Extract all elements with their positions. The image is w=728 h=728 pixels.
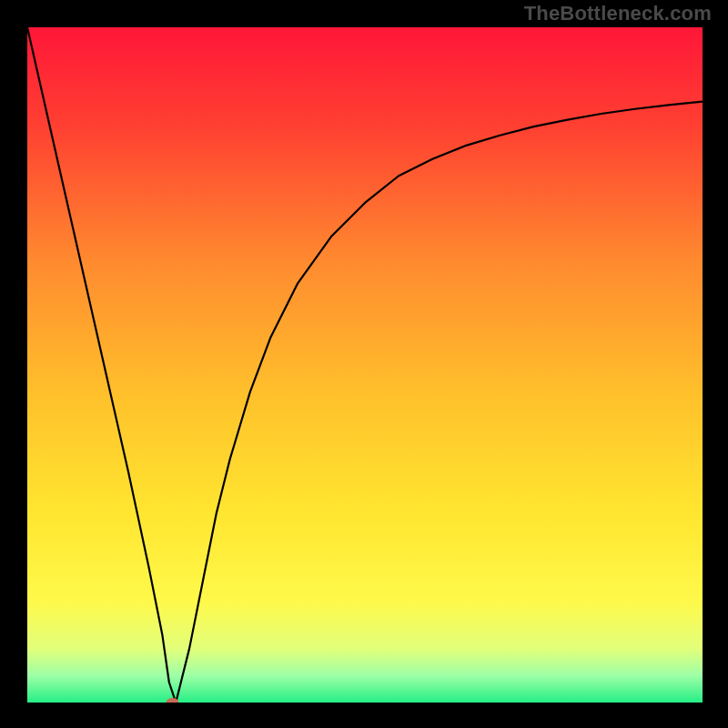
chart-svg [27, 27, 703, 703]
watermark-label: TheBottleneck.com [524, 2, 712, 25]
chart-frame: TheBottleneck.com [0, 0, 728, 728]
plot-area [27, 27, 703, 703]
gradient-background [27, 27, 703, 703]
